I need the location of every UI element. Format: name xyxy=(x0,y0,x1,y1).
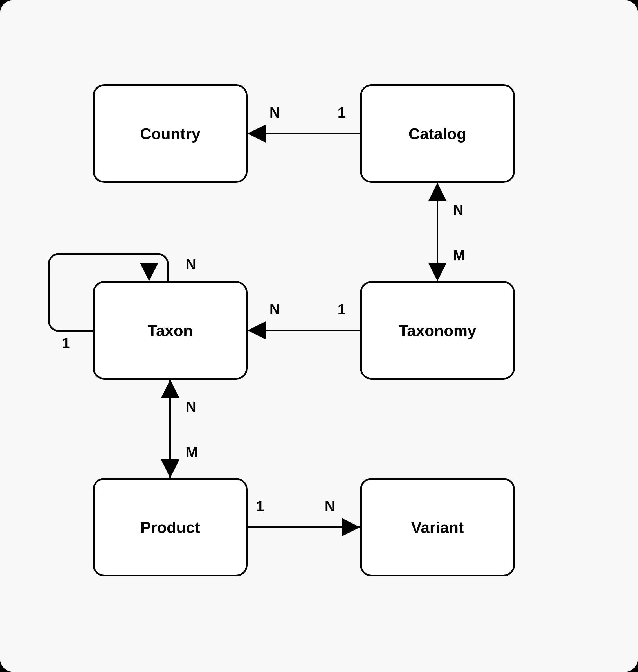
arrowhead-catalog-down xyxy=(428,183,447,201)
entity-taxon: Taxon xyxy=(93,281,248,380)
arrowhead-taxonomy-up xyxy=(428,263,447,281)
arrowhead-variant xyxy=(341,518,360,536)
card-variant-n: N xyxy=(325,498,335,515)
arrowhead-taxon-self xyxy=(140,263,158,281)
card-taxonomy-1: 1 xyxy=(338,301,346,318)
entity-label: Product xyxy=(140,518,200,536)
entity-variant: Variant xyxy=(360,478,515,576)
card-country-n: N xyxy=(269,104,280,121)
entity-label: Country xyxy=(140,124,201,143)
arrowhead-product-up xyxy=(161,460,180,478)
arrowhead-country xyxy=(248,124,266,143)
card-taxon-n2: N xyxy=(186,398,196,415)
arrowhead-taxon-left xyxy=(248,321,266,340)
card-taxonomy-m: M xyxy=(453,247,465,264)
card-catalog-n: N xyxy=(453,201,464,218)
er-diagram: Country Catalog Taxon Taxonomy Product V… xyxy=(0,0,638,672)
card-taxon-self-n: N xyxy=(186,256,196,273)
card-taxon-self-1: 1 xyxy=(62,334,70,351)
entity-taxonomy: Taxonomy xyxy=(360,281,515,380)
entity-product: Product xyxy=(93,478,248,576)
card-taxon-n: N xyxy=(269,301,280,318)
entity-catalog: Catalog xyxy=(360,84,515,183)
entity-label: Taxonomy xyxy=(399,321,476,340)
entity-label: Variant xyxy=(411,518,464,536)
card-catalog-1: 1 xyxy=(338,104,346,121)
card-product-m: M xyxy=(186,444,198,461)
entity-country: Country xyxy=(93,84,248,183)
card-product-1: 1 xyxy=(256,498,264,515)
arrowhead-taxon-down xyxy=(161,380,180,398)
entity-label: Catalog xyxy=(408,124,466,143)
entity-label: Taxon xyxy=(148,321,193,340)
